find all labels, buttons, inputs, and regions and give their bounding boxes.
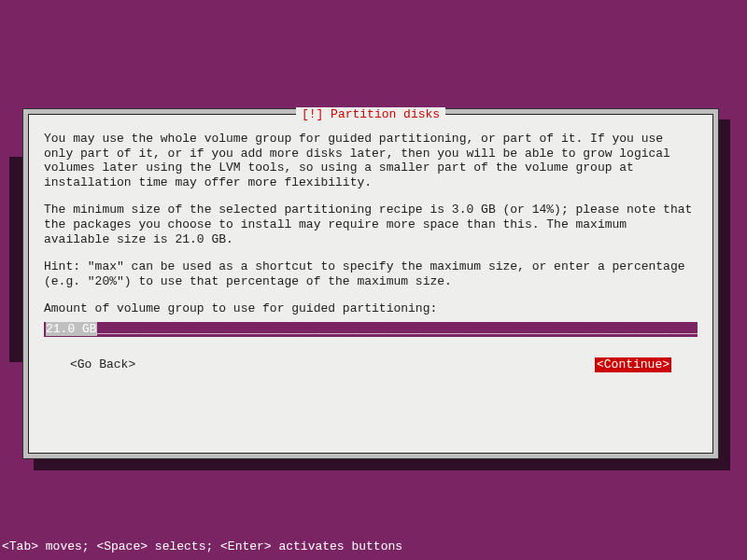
status-bar: <Tab> moves; <Space> selects; <Enter> ac… bbox=[2, 539, 402, 554]
paragraph-3: Hint: "max" can be used as a shortcut to… bbox=[44, 259, 698, 288]
input-padding: ________________________________________… bbox=[97, 322, 698, 336]
dialog-outer: [!] Partition disks You may use the whol… bbox=[22, 108, 719, 459]
dialog: [!] Partition disks You may use the whol… bbox=[28, 114, 713, 454]
paragraph-1: You may use the whole volume group for g… bbox=[44, 132, 698, 189]
input-value: 21.0 GB bbox=[46, 322, 97, 336]
go-back-button[interactable]: <Go Back> bbox=[70, 357, 135, 372]
input-prompt: Amount of volume group to use for guided… bbox=[44, 301, 698, 316]
volume-size-input[interactable]: 21.0 GB_________________________________… bbox=[44, 322, 698, 337]
continue-button[interactable]: <Continue> bbox=[595, 357, 671, 372]
dialog-content: You may use the whole volume group for g… bbox=[29, 115, 712, 382]
dialog-title: [!] Partition disks bbox=[296, 107, 445, 122]
button-row: <Go Back> <Continue> bbox=[44, 357, 698, 372]
paragraph-2: The minimum size of the selected partiti… bbox=[44, 203, 698, 246]
